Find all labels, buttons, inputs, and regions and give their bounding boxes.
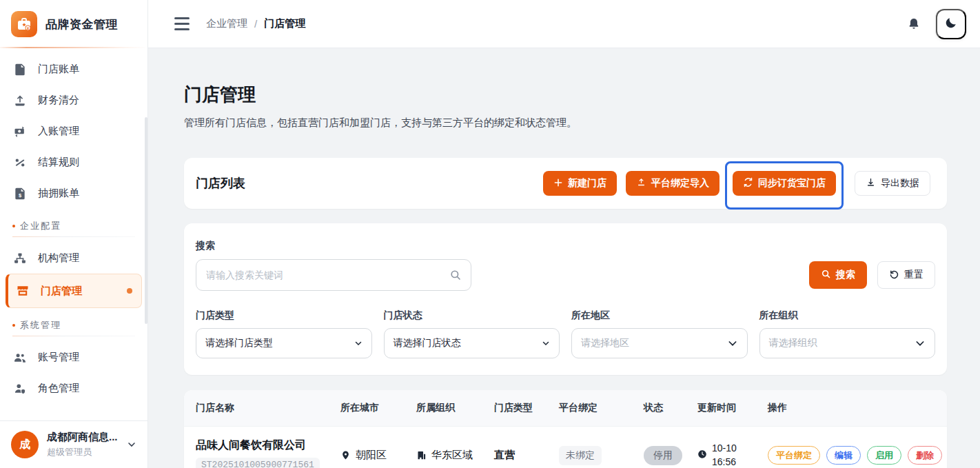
store-status-select[interactable]: 请选择门店状态 [384,328,560,358]
sidebar-item-label: 结算规则 [38,156,79,169]
sidebar-item-label: 入账管理 [38,125,79,138]
organization-select[interactable]: 请选择组织 [759,328,936,358]
page-subtitle: 管理所有门店信息，包括直营门店和加盟门店，支持与第三方平台的绑定和状态管理。 [184,116,947,130]
edit-action-button[interactable]: 编辑 [826,446,861,465]
upload-icon [12,93,28,108]
chevron-down-icon [915,338,926,349]
platform-bind-action-button[interactable]: 平台绑定 [768,446,820,465]
sync-dinghuobao-stores-label: 同步订货宝门店 [758,177,826,190]
topbar-actions [907,9,966,39]
upload-icon [636,177,646,190]
section-bullet-icon [12,324,15,327]
sidebar: ¥ 品牌资金管理 门店账单 财务清分 入账管理 结算规则 $ 抽拥账单 [0,0,148,468]
export-data-button[interactable]: 导出数据 [855,171,930,196]
search-row: 搜索 重置 [196,259,935,291]
chevron-down-icon [354,339,363,347]
row-actions: 平台绑定 编辑 启用 删除 [768,446,947,465]
store-code-badge: ST2025101005900771561 [196,458,320,468]
sidebar-item-role-mgmt[interactable]: 角色管理 [0,373,147,404]
store-type-cell: 直营 [494,449,559,462]
section-system-mgmt: 系统管理 [0,308,147,336]
search-buttons: 搜索 重置 [809,261,935,289]
sidebar-item-store-bills[interactable]: 门店账单 [0,54,147,85]
platform-binding-import-label: 平台绑定导入 [651,177,709,190]
notifications-bell-icon[interactable] [907,17,921,31]
platform-binding-import-button[interactable]: 平台绑定导入 [626,171,719,196]
sidebar-item-account-mgmt[interactable]: 账号管理 [0,342,147,373]
sidebar-toggle-button[interactable] [174,17,190,30]
chevron-down-icon [542,339,550,347]
logo-divider [0,47,147,48]
org-label: 华东区域 [431,449,473,462]
sidebar-item-label: 门店管理 [41,285,82,298]
file-invoice-icon [12,62,28,77]
filter-label: 所在地区 [571,309,748,322]
section-title: 企业配置 [20,220,61,232]
col-header-updated: 更新时间 [697,402,768,414]
percent-icon [12,155,28,170]
col-header-type: 门店类型 [494,402,559,414]
user-menu[interactable]: 成 成都阿商信息... 超级管理员 [0,420,147,468]
search-input[interactable] [196,259,471,291]
search-box [196,259,471,291]
breadcrumb-separator: / [254,18,257,30]
receipt-dollar-icon: $ [12,186,28,201]
binding-status-badge: 未绑定 [559,446,602,465]
sync-dinghuobao-stores-button[interactable]: 同步订货宝门店 [733,171,836,196]
delete-action-button[interactable]: 删除 [908,446,942,465]
sidebar-item-commission-bills[interactable]: $ 抽拥账单 [0,178,147,209]
filter-organization: 所在组织 请选择组织 [759,309,936,358]
clock-icon [697,449,707,461]
col-header-binding: 平台绑定 [559,402,644,414]
sync-icon [743,177,753,190]
main-content: 门店管理 管理所有门店信息，包括直营门店和加盟门店，支持与第三方平台的绑定和状态… [148,48,980,468]
col-header-org: 所属组织 [416,402,494,414]
topbar: 企业管理 / 门店管理 [148,0,980,48]
sidebar-scrollbar[interactable] [145,117,147,324]
city-label: 朝阳区 [356,449,387,462]
stores-table: 门店名称 所在城市 所属组织 门店类型 平台绑定 状态 更新时间 操作 品味人间… [184,390,947,468]
region-select[interactable]: 请选择地区 [571,328,748,358]
store-list-card: 门店列表 新建门店 平台绑定导入 同步订货宝门 [184,158,947,209]
store-type-select[interactable]: 请选择门店类型 [196,328,372,358]
sidebar-item-settlement-rules[interactable]: 结算规则 [0,147,147,178]
updated-time: 16:56 [712,456,737,468]
sidebar-item-label: 财务清分 [38,94,79,107]
search-icon [821,269,831,281]
user-info: 成都阿商信息... 超级管理员 [47,431,118,458]
sidebar-item-store-mgmt[interactable]: 门店管理 [6,274,142,308]
select-value: 请选择组织 [769,337,817,349]
reset-button[interactable]: 重置 [877,261,935,289]
reset-undo-icon [889,269,899,281]
col-header-actions: 操作 [768,402,947,414]
page-title: 门店管理 [184,83,947,107]
org-chart-icon [12,251,28,266]
table-header-row: 门店名称 所在城市 所属组织 门店类型 平台绑定 状态 更新时间 操作 [184,390,947,426]
breadcrumb-parent[interactable]: 企业管理 [206,17,247,30]
breadcrumb: 企业管理 / 门店管理 [206,17,305,30]
storefront-icon [15,283,30,298]
col-header-status: 状态 [644,402,697,414]
sidebar-item-finance-clearing[interactable]: 财务清分 [0,85,147,116]
section-divider [12,336,135,336]
user-name: 成都阿商信息... [47,431,118,444]
brand: ¥ 品牌资金管理 [0,0,147,47]
search-button[interactable]: 搜索 [809,261,867,289]
section-divider [12,236,135,237]
dark-mode-toggle-button[interactable] [936,9,966,39]
building-icon [416,450,427,460]
section-title: 系统管理 [20,319,61,332]
sidebar-item-label: 账号管理 [38,351,79,364]
avatar: 成 [11,431,39,458]
filter-store-type: 门店类型 请选择门店类型 [196,309,372,358]
chevron-down-icon [126,439,137,450]
moon-icon [944,16,958,32]
sidebar-item-org-mgmt[interactable]: 机构管理 [0,243,147,274]
sidebar-item-label: 角色管理 [38,382,79,395]
org-cell: 华东区域 [416,449,494,462]
create-store-button[interactable]: 新建门店 [543,171,617,196]
enable-action-button[interactable]: 启用 [867,446,901,465]
store-list-actions: 新建门店 平台绑定导入 同步订货宝门店 [543,171,930,196]
sidebar-item-income-mgmt[interactable]: 入账管理 [0,116,147,147]
col-header-city: 所在城市 [340,402,416,414]
